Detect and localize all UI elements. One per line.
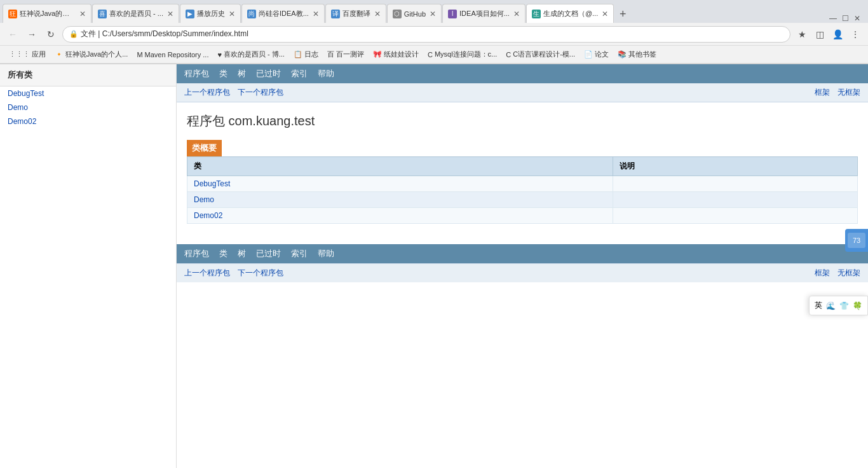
address-text[interactable]: 文件 | C:/Users/smm/Desktop/Summer/index.h…: [81, 29, 783, 39]
bookmark-label: Maven Repository ...: [145, 51, 209, 59]
bottom-nav-item[interactable]: 类: [219, 248, 227, 259]
browser-tab-tab6[interactable]: ⬡ GitHub ✕: [387, 4, 442, 23]
back-button[interactable]: ←: [5, 27, 20, 42]
bookmark-item[interactable]: MMaven Repository ...: [133, 48, 212, 60]
star-icon[interactable]: ★: [794, 27, 810, 42]
tab-bar: 狂 狂神说Java的个人... ✕ 喜 喜欢的是西贝 - ... ✕ ▶ 播放历…: [0, 0, 868, 23]
bookmark-item[interactable]: CC语言课程设计-模...: [502, 48, 579, 60]
leaf-icon: 🍀: [853, 301, 862, 310]
lock-icon: 🔒: [69, 30, 78, 38]
bottom-nav-item[interactable]: 已过时: [256, 248, 281, 259]
sidebar-class-item[interactable]: Demo02: [0, 114, 176, 128]
bookmark-icon: 🎀: [373, 50, 382, 59]
class-summary-section: 类概要 类 说明 DebugTest Demo Demo02: [187, 140, 858, 224]
tab-favicon: I: [448, 10, 457, 18]
bookmark-item[interactable]: 百百一测评: [323, 48, 368, 60]
menu-icon[interactable]: ⋮: [848, 27, 863, 42]
next-package-link[interactable]: 下一个程序包: [238, 87, 283, 98]
bookmark-label: C语言课程设计-模...: [513, 50, 575, 59]
bottom-nav-item[interactable]: 索引: [291, 248, 308, 259]
page-title: 程序包 com.kuang.test: [187, 113, 858, 130]
top-nav-item[interactable]: 类: [219, 68, 227, 79]
tab-favicon: 译: [331, 10, 340, 18]
tab-close-icon[interactable]: ✕: [374, 10, 381, 18]
bookmark-item[interactable]: 📚其他书签: [614, 48, 660, 60]
minimize-button[interactable]: —: [829, 14, 837, 23]
tab-favicon: 喜: [98, 10, 107, 18]
bookmark-item[interactable]: ⋮⋮⋮应用: [5, 48, 50, 60]
browser-tab-tab2[interactable]: 喜 喜欢的是西贝 - ... ✕: [92, 4, 179, 23]
bookmark-item[interactable]: CMysql连接问题：c...: [424, 48, 501, 60]
top-nav-item[interactable]: 已过时: [256, 68, 281, 79]
new-tab-button[interactable]: +: [614, 5, 632, 23]
browser-tab-tab3[interactable]: ▶ 播放历史 ✕: [180, 4, 241, 23]
bookmark-item[interactable]: 📄论文: [580, 48, 613, 60]
shirt-icon: 👕: [839, 301, 849, 310]
class-link[interactable]: Demo: [194, 195, 214, 204]
wave-icon: 🌊: [826, 301, 836, 310]
tab-title: 生成的文档（@...: [543, 9, 598, 18]
tab-close-icon[interactable]: ✕: [79, 10, 86, 18]
top-nav-item[interactable]: 树: [238, 68, 246, 79]
bookmark-item[interactable]: 🔸狂神说Java的个人...: [51, 48, 132, 60]
account-icon[interactable]: 👤: [830, 27, 845, 42]
bottom-nav-item[interactable]: 树: [238, 248, 246, 259]
tab-close-icon[interactable]: ✕: [313, 10, 319, 18]
extensions-icon[interactable]: ◫: [812, 27, 827, 42]
bookmarks-bar: ⋮⋮⋮应用🔸狂神说Java的个人...MMaven Repository ...…: [0, 46, 868, 64]
frame-link[interactable]: 框架: [815, 87, 830, 98]
tab-close-icon[interactable]: ✕: [229, 10, 235, 18]
bottom-nav-item[interactable]: 帮助: [318, 248, 334, 259]
browser-tab-tab4[interactable]: 尚 尚硅谷IDEA教... ✕: [241, 4, 325, 23]
translate-text: 英: [815, 300, 822, 311]
tab-close-icon[interactable]: ✕: [430, 10, 436, 18]
refresh-button[interactable]: ↻: [43, 27, 58, 42]
bottom-frame-link[interactable]: 框架: [815, 268, 830, 279]
bookmark-label: 狂神说Java的个人...: [65, 50, 128, 59]
sidebar-class-item[interactable]: Demo: [0, 100, 176, 114]
bookmark-label: 百一测评: [336, 50, 364, 59]
top-nav-item[interactable]: 索引: [291, 68, 308, 79]
forward-button[interactable]: →: [24, 27, 39, 42]
tab-close-icon[interactable]: ✕: [602, 10, 608, 18]
tab-title: 狂神说Java的个人...: [20, 9, 76, 18]
description-cell: [613, 208, 858, 224]
bookmark-item[interactable]: ♥喜欢的是西贝 - 博...: [214, 48, 288, 60]
bookmark-label: 喜欢的是西贝 - 博...: [224, 50, 285, 59]
bottom-prev-package-link[interactable]: 上一个程序包: [184, 268, 230, 279]
noframe-link[interactable]: 无框架: [837, 87, 860, 98]
bottom-noframe-link[interactable]: 无框架: [837, 268, 860, 279]
top-sub-nav: 上一个程序包 下一个程序包 框架 无框架: [177, 83, 868, 102]
translate-widget[interactable]: 英 🌊 👕 🍀: [809, 296, 868, 315]
class-link[interactable]: DebugTest: [194, 179, 230, 188]
class-link[interactable]: Demo02: [194, 211, 222, 220]
prev-package-link[interactable]: 上一个程序包: [184, 87, 230, 98]
bookmark-item[interactable]: 🎀纸娃娃设计: [369, 48, 423, 60]
browser-tab-tab1[interactable]: 狂 狂神说Java的个人... ✕: [3, 4, 92, 23]
bottom-nav-item[interactable]: 程序包: [184, 248, 209, 259]
tab-title: GitHub: [404, 10, 426, 18]
widget-number[interactable]: 73: [848, 233, 865, 248]
tab-favicon: 狂: [8, 10, 17, 18]
bookmark-icon: M: [137, 51, 142, 59]
top-nav-item[interactable]: 程序包: [184, 68, 209, 79]
maximize-button[interactable]: ☐: [842, 14, 849, 23]
sidebar-class-item[interactable]: DebugTest: [0, 86, 176, 100]
bookmark-label: 日志: [304, 50, 318, 59]
browser-tab-tab5[interactable]: 译 百度翻译 ✕: [325, 4, 386, 23]
browser-tab-tab8[interactable]: 生 生成的文档（@... ✕: [526, 4, 614, 23]
top-nav-item[interactable]: 帮助: [318, 68, 334, 79]
bookmark-label: 纸娃娃设计: [384, 50, 419, 59]
browser-tab-tab7[interactable]: I IDEA项目如何... ✕: [442, 4, 526, 23]
table-row: DebugTest: [187, 176, 858, 192]
bookmark-icon: ♥: [217, 51, 222, 59]
bottom-next-package-link[interactable]: 下一个程序包: [238, 268, 283, 279]
tab-close-icon[interactable]: ✕: [167, 10, 173, 18]
tab-close-icon[interactable]: ✕: [513, 10, 520, 18]
address-bar: ← → ↻ 🔒 文件 | C:/Users/smm/Desktop/Summer…: [0, 23, 868, 46]
bookmark-icon: 百: [327, 50, 334, 59]
top-nav-toolbar: 程序包类树已过时索引帮助: [177, 64, 868, 83]
close-button[interactable]: ✕: [854, 14, 860, 23]
bookmark-icon: 📚: [618, 50, 627, 59]
bookmark-item[interactable]: 📋日志: [290, 48, 322, 60]
